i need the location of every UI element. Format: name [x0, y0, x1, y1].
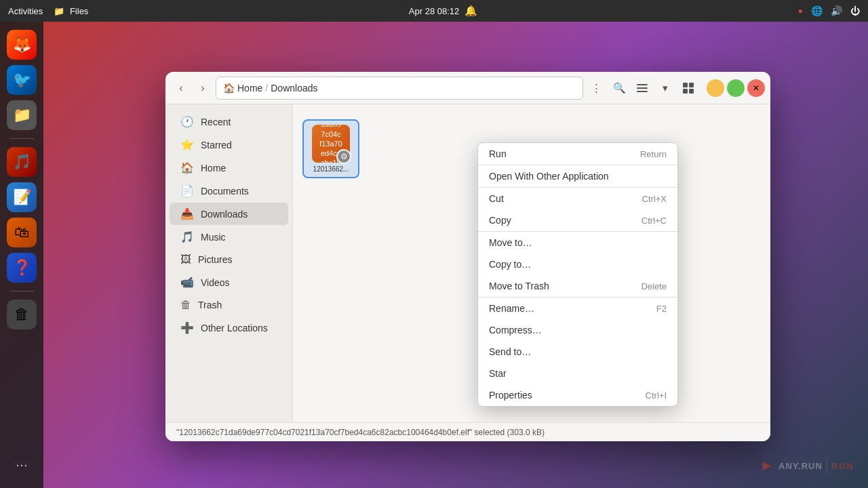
anyrun-divider — [827, 458, 827, 473]
sidebar-item-label-pictures: Pictures — [198, 254, 233, 265]
sidebar-item-videos[interactable]: 📹 Videos — [170, 271, 288, 293]
sidebar-item-recent[interactable]: 🕐 Recent — [170, 110, 288, 133]
sidebar-item-label-documents: Documents — [201, 186, 249, 197]
ctx-copy[interactable]: Copy Ctrl+C — [478, 209, 677, 232]
documents-icon: 📄 — [180, 184, 194, 197]
nav-buttons: ‹ › — [171, 78, 213, 98]
minimize-button[interactable] — [707, 79, 724, 97]
dock-item-files[interactable]: 📁 — [7, 100, 37, 130]
forward-button[interactable]: › — [193, 78, 213, 98]
network-icon[interactable]: 🌐 — [811, 5, 823, 16]
dock-item-trash[interactable]: 🗑 — [7, 300, 37, 329]
file-label: 12013662... — [313, 165, 349, 173]
sidebar-item-documents[interactable]: 📄 Documents — [170, 180, 288, 202]
sidebar-item-label-trash: Trash — [198, 300, 222, 310]
sidebar-item-home[interactable]: 🏠 Home — [170, 157, 288, 179]
ctx-copy-to[interactable]: Copy to… — [478, 253, 677, 275]
ctx-compress[interactable]: Compress… — [478, 319, 677, 341]
downloads-icon: 📥 — [180, 207, 194, 220]
svg-rect-1 — [637, 87, 648, 89]
sidebar-item-label-home: Home — [201, 163, 226, 174]
context-menu: Run Return Open With Other Application C… — [477, 142, 678, 407]
svg-rect-0 — [637, 84, 648, 85]
sidebar-item-downloads[interactable]: 📥 Downloads — [170, 203, 288, 225]
ctx-move-to[interactable]: Move to… — [478, 232, 677, 253]
toolbar-right: ⋮ 🔍 ▾ — [586, 78, 698, 98]
topbar-center: Apr 28 08:12 🔔 — [409, 5, 477, 17]
titlebar: ‹ › 🏠 Home / Downloads ⋮ 🔍 ▾ — [165, 72, 770, 104]
dock-item-writer[interactable]: 📝 — [7, 182, 37, 212]
ctx-rename[interactable]: Rename… F2 — [478, 298, 677, 319]
ctx-send-to[interactable]: Send to… — [478, 341, 677, 363]
pictures-icon: 🖼 — [180, 253, 191, 266]
activities-label[interactable]: Activities — [8, 6, 43, 16]
gear-badge: ⚙ — [336, 149, 351, 164]
starred-icon: ⭐ — [180, 138, 194, 151]
music-icon: 🎵 — [180, 230, 194, 243]
window-controls: ✕ — [707, 79, 765, 97]
sidebar-item-starred[interactable]: ⭐ Starred — [170, 134, 288, 156]
anyrun-run-label: RUN — [831, 461, 854, 471]
file-icon-wrap: 12013c1da697c04cf13a70ed4cacbc10d4b0e ⚙ — [312, 125, 350, 163]
record-icon: ● — [798, 6, 803, 16]
ctx-open-with[interactable]: Open With Other Application — [478, 165, 677, 188]
volume-icon[interactable]: 🔊 — [831, 5, 842, 16]
svg-rect-3 — [683, 83, 688, 87]
view-list-button[interactable] — [632, 78, 652, 98]
dock-item-apps[interactable]: ⋯ — [7, 450, 37, 480]
videos-icon: 📹 — [180, 276, 194, 289]
svg-rect-2 — [637, 91, 648, 92]
content-area: 12013c1da697c04cf13a70ed4cacbc10d4b0e ⚙ … — [293, 104, 770, 422]
dock: 🦊 🐦 📁 🎵 📝 🛍 ❓ 🗑 ⋯ — [0, 22, 43, 488]
ctx-run[interactable]: Run Return — [478, 143, 677, 165]
sidebar-item-other[interactable]: ➕ Other Locations — [170, 317, 288, 339]
statusbar-text: "12013662c71da69de977c04cd7021f13a70cf7b… — [176, 428, 545, 437]
topbar-left: Activities 📁 Files — [8, 6, 88, 16]
back-button[interactable]: ‹ — [171, 78, 191, 98]
files-label[interactable]: 📁 Files — [54, 6, 88, 16]
other-locations-icon: ➕ — [180, 321, 194, 334]
sidebar-item-music[interactable]: 🎵 Music — [170, 226, 288, 248]
dock-item-software[interactable]: 🛍 — [7, 218, 37, 247]
file-item[interactable]: 12013c1da697c04cf13a70ed4cacbc10d4b0e ⚙ … — [304, 121, 358, 177]
sidebar-item-label-starred: Starred — [201, 140, 232, 150]
dock-item-thunderbird[interactable]: 🐦 — [7, 65, 37, 95]
svg-rect-4 — [689, 83, 694, 87]
statusbar: "12013662c71da69de977c04cd7021f13a70cf7b… — [165, 422, 770, 441]
more-options-button[interactable]: ⋮ — [586, 78, 606, 98]
search-button[interactable]: 🔍 — [609, 78, 629, 98]
address-home-text: Home — [237, 83, 262, 94]
sidebar-item-pictures[interactable]: 🖼 Pictures — [170, 249, 288, 270]
window-body: 🕐 Recent ⭐ Starred 🏠 Home 📄 Documents 📥 … — [165, 104, 770, 422]
address-bar[interactable]: 🏠 Home / Downloads — [216, 77, 583, 100]
ctx-properties[interactable]: Properties Ctrl+I — [478, 384, 677, 406]
dock-item-help[interactable]: ❓ — [7, 253, 37, 283]
bell-icon[interactable]: 🔔 — [465, 5, 477, 17]
sidebar: 🕐 Recent ⭐ Starred 🏠 Home 📄 Documents 📥 … — [165, 104, 293, 422]
anyrun-arrow-icon: ► — [760, 457, 774, 474]
dock-item-rhythmbox[interactable]: 🎵 — [7, 147, 37, 177]
sidebar-item-label-recent: Recent — [201, 117, 231, 127]
close-button[interactable]: ✕ — [747, 79, 765, 97]
dock-item-firefox[interactable]: 🦊 — [7, 30, 37, 60]
svg-rect-5 — [683, 89, 688, 94]
home-icon: 🏠 — [223, 83, 235, 94]
ctx-move-trash[interactable]: Move to Trash Delete — [478, 275, 677, 298]
topbar: Activities 📁 Files Apr 28 08:12 🔔 ● 🌐 🔊 … — [0, 0, 868, 22]
anyrun-badge: ► ANY.RUN RUN — [760, 457, 854, 474]
maximize-button[interactable] — [727, 79, 745, 97]
sidebar-item-label-downloads: Downloads — [201, 209, 248, 220]
ctx-cut[interactable]: Cut Ctrl+X — [478, 188, 677, 209]
ctx-star[interactable]: Star — [478, 363, 677, 384]
sidebar-item-label-videos: Videos — [201, 277, 230, 288]
view-toggle-button[interactable]: ▾ — [655, 78, 675, 98]
sidebar-item-label-music: Music — [201, 232, 226, 243]
address-separator: / — [265, 83, 268, 94]
power-icon[interactable]: ⏻ — [850, 5, 860, 16]
sidebar-item-trash[interactable]: 🗑 Trash — [170, 294, 288, 316]
recent-icon: 🕐 — [180, 115, 194, 128]
trash-sidebar-icon: 🗑 — [180, 299, 191, 311]
file-manager-window: ‹ › 🏠 Home / Downloads ⋮ 🔍 ▾ — [165, 72, 770, 441]
view-grid-button[interactable] — [678, 78, 698, 98]
sidebar-item-label-other: Other Locations — [201, 323, 268, 333]
